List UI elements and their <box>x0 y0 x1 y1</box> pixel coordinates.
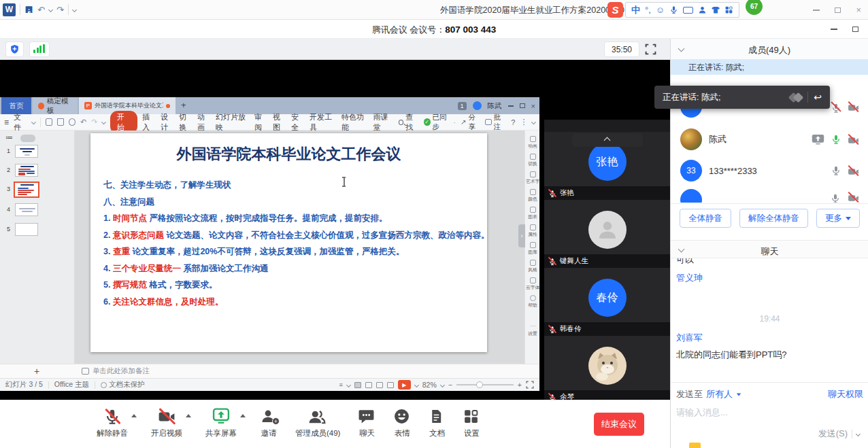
tab-template[interactable]: 稿定模板 <box>33 97 78 114</box>
slide-thumb-1[interactable] <box>15 145 38 158</box>
hamburger-icon[interactable]: ≡ <box>4 118 9 127</box>
chat-input[interactable]: 请输入消息... <box>676 407 863 419</box>
share-screen-button[interactable]: 共享屏幕 <box>205 400 237 438</box>
docs-button[interactable]: 文档 <box>429 400 445 438</box>
network-signal-icon[interactable] <box>29 41 50 57</box>
video-tile[interactable]: 键舞人生 <box>544 200 670 268</box>
comment-button[interactable]: 批注 <box>485 113 506 132</box>
send-to-dropdown-icon[interactable] <box>737 393 741 396</box>
undo-icon[interactable]: ↶ <box>80 118 86 126</box>
find-button[interactable]: 查找 <box>399 112 419 133</box>
view-normal-icon[interactable] <box>354 382 361 388</box>
view-sorter-icon[interactable] <box>365 382 372 388</box>
video-options-icon[interactable] <box>186 414 191 417</box>
chat-messages[interactable]: 可以 管义珅 19:44 刘喜军 北院的同志们能看到PPT吗? <box>671 258 868 382</box>
ribbon-tab-transition[interactable]: 切换 <box>179 112 193 133</box>
protection-status[interactable]: 文档未保护 <box>101 380 145 390</box>
close-icon[interactable]: × <box>856 5 861 15</box>
view-outline-icon[interactable] <box>387 382 394 388</box>
meeting-minimize-icon[interactable] <box>831 29 837 30</box>
video-tile[interactable]: 春伶 韩春伶 <box>544 268 670 336</box>
camera-muted-icon[interactable] <box>848 165 859 177</box>
tool-colors[interactable]: 颜色 <box>525 189 540 203</box>
settings-button[interactable]: 设置 <box>463 400 480 438</box>
ime-chinese-mode[interactable]: 中 <box>631 4 640 16</box>
mic-off-icon[interactable] <box>831 165 841 176</box>
tool-gallery[interactable]: 图库 <box>525 242 540 256</box>
slide-thumb-4[interactable] <box>15 203 38 216</box>
ribbon-tab-view[interactable]: 视图 <box>273 112 286 133</box>
member-row[interactable]: 33 133****2333 <box>671 156 868 186</box>
wps-badge[interactable]: 1 <box>458 102 467 110</box>
wps-avatar[interactable] <box>473 101 482 110</box>
notes-toggle-icon[interactable]: ≡ <box>339 381 342 388</box>
ribbon-tab-rainclass[interactable]: 雨课堂 <box>373 112 394 133</box>
undo-dropdown-icon[interactable] <box>48 7 53 12</box>
ribbon-tab-security[interactable]: 安全 <box>291 112 305 133</box>
minimize-icon[interactable] <box>813 10 820 11</box>
tool-cloudfonts[interactable]: 云字体 <box>525 277 540 291</box>
tool-charts[interactable]: 图表 <box>525 207 540 220</box>
mic-options-icon[interactable] <box>131 414 137 417</box>
restore-icon[interactable] <box>835 7 841 13</box>
reply-arrow-icon[interactable]: ↩ <box>814 92 822 103</box>
help-button[interactable]: ? <box>511 118 515 126</box>
zoom-out-icon[interactable]: − <box>448 381 452 389</box>
tool-transition[interactable]: 切换 <box>525 154 540 167</box>
zoom-in-icon[interactable]: + <box>518 381 522 389</box>
redo-icon[interactable]: ↷ <box>91 118 97 126</box>
theme-name[interactable]: Office 主题 <box>54 380 89 390</box>
emoji-button[interactable]: 表情 <box>393 400 411 438</box>
tool-animation[interactable]: 动画 <box>525 136 540 150</box>
collapse-strip-button[interactable] <box>572 133 643 147</box>
wps-close-icon[interactable]: × <box>531 102 535 110</box>
add-slide-button[interactable]: + <box>34 366 39 377</box>
undo-icon[interactable]: ↶ <box>37 5 45 15</box>
tool-properties[interactable]: 属性 <box>525 224 540 238</box>
ime-skin-icon[interactable] <box>712 7 720 14</box>
send-to-selector[interactable]: 所有人 <box>706 388 733 400</box>
share-button[interactable]: ↗ 分享 <box>461 113 480 132</box>
tool-style[interactable]: 风格 <box>525 260 540 273</box>
ribbon-tab-animation[interactable]: 动画 <box>197 112 211 133</box>
mic-muted-icon[interactable] <box>831 101 841 112</box>
fit-slide-icon[interactable] <box>526 381 534 389</box>
notes-placeholder[interactable]: 单击此处添加备注 <box>82 366 150 376</box>
ribbon-tab-insert[interactable]: 插入 <box>142 112 156 133</box>
save-icon[interactable]: 🖪 <box>24 5 33 15</box>
mic-on-icon[interactable] <box>831 134 841 145</box>
wps-minimize-icon[interactable] <box>508 105 514 107</box>
tool-settings[interactable]: ⋯设置 <box>525 318 540 337</box>
manage-members-button[interactable]: 管理成员(49) <box>295 400 340 438</box>
more-button[interactable]: 更多 <box>816 209 860 228</box>
word-logo-icon[interactable]: W <box>3 3 16 16</box>
ime-voice-icon[interactable] <box>669 5 678 14</box>
print-icon[interactable] <box>57 118 64 126</box>
ime-toolbox-icon[interactable] <box>724 5 733 14</box>
ribbon-tab-design[interactable]: 设计 <box>161 112 174 133</box>
more-menu-icon[interactable]: ⋮ <box>520 118 527 126</box>
ribbon-tab-review[interactable]: 审阅 <box>254 112 268 133</box>
customize-toolbar-icon[interactable] <box>72 7 77 12</box>
ribbon-tab-features[interactable]: 特色功能 <box>341 112 369 133</box>
tool-wordart[interactable]: 艺术字 <box>525 171 540 185</box>
end-meeting-button[interactable]: 结束会议 <box>594 413 644 436</box>
zoom-slider[interactable] <box>456 384 514 385</box>
ribbon-tab-slideshow[interactable]: 幻灯片放映 <box>216 112 250 133</box>
collapse-ribbon-icon[interactable] <box>531 120 536 124</box>
fullscreen-icon[interactable] <box>645 44 656 55</box>
camera-muted-icon[interactable] <box>848 101 859 113</box>
preview-icon[interactable] <box>69 118 76 126</box>
video-tile[interactable]: 余琴 <box>544 336 670 404</box>
view-reading-icon[interactable] <box>376 382 383 388</box>
share-options-icon[interactable] <box>240 414 246 417</box>
slide-thumb-3-active[interactable] <box>14 182 39 198</box>
panel-collapse-handle[interactable]: › <box>518 224 525 247</box>
ime-punctuation[interactable]: °, <box>645 5 651 15</box>
mute-all-button[interactable]: 全体静音 <box>680 209 731 228</box>
ime-emoji-icon[interactable]: ☺ <box>656 5 665 15</box>
play-slideshow-button[interactable]: ▶ <box>398 380 411 390</box>
security-shield-icon[interactable] <box>5 41 24 57</box>
start-video-button[interactable]: 开启视频 <box>151 400 182 438</box>
ime-keyboard-icon[interactable] <box>683 7 693 14</box>
